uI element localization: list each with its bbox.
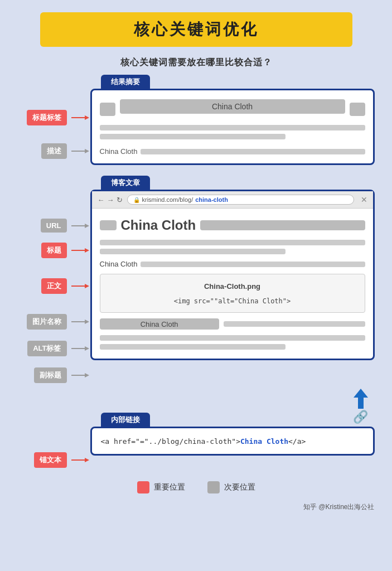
arrow-icon-anchor (70, 456, 90, 464)
blog-bottom-bar2 (100, 344, 285, 350)
url-bar[interactable]: 🔒 krismind.com/blog/china-cloth (127, 195, 354, 205)
legend-important-label: 重要位置 (154, 482, 185, 492)
footer-text: 知乎 @Kristine出海公社 (303, 503, 375, 511)
result-title-row: China Cloth (100, 99, 365, 119)
svg-marker-15 (85, 373, 89, 378)
image-filename: China-Cloth.png (204, 282, 260, 291)
result-china-cloth-desc: China Cloth (100, 147, 138, 156)
svg-marker-16 (354, 389, 368, 398)
heading-gray-left (100, 220, 117, 230)
subtitle: 核心关键词需要放在哪里比较合适？ (120, 57, 272, 69)
body-label: 正文 (41, 278, 67, 294)
blog-keyword-trailing (141, 262, 365, 267)
blog-body-bars (100, 240, 365, 254)
browser-chrome: ← → ↻ 🔒 krismind.com/blog/china-cloth ✕ (92, 191, 373, 209)
anchor-code: <a href="="../blog/china-cloth">China Cl… (101, 437, 306, 446)
desc-label: 描述 (41, 143, 67, 159)
anchor-box: 内部链接 <a href="="../blog/china-cloth">Chi… (90, 427, 375, 456)
result-china-cloth-title: China Cloth (120, 99, 345, 114)
title-bar: 核心关键词优化 (40, 12, 352, 47)
section2-labels: URL 标题 正文 (18, 190, 90, 383)
legend-red-box (137, 481, 149, 493)
label-row-url: URL (41, 219, 90, 233)
svg-marker-13 (85, 346, 89, 351)
section1-content: China Cloth China Cloth (92, 90, 373, 163)
image-section: China-Cloth.png <img src=""alt="China Cl… (100, 274, 365, 313)
section2-tab: 博客文章 (101, 176, 150, 190)
anchor-content: <a href="="../blog/china-cloth">China Cl… (92, 428, 373, 454)
blog-bar2 (100, 249, 285, 254)
result-bars (100, 125, 365, 139)
bar1 (100, 125, 365, 130)
label-row-body: 正文 (41, 278, 90, 294)
label-row-blog-title: 标题 (41, 243, 90, 258)
svg-marker-5 (85, 224, 89, 228)
label-row-title-tag: 标题标签 (27, 110, 90, 125)
arrow-icon-subheading (70, 371, 90, 380)
up-arrow-icon (352, 389, 369, 409)
alt-code-row: <img src=""alt="China Cloth"> (174, 296, 291, 306)
legend: 重要位置 次要位置 (137, 481, 255, 493)
back-icon: ← (98, 196, 105, 204)
anchor-label: 锚文本 (34, 452, 67, 468)
section2: URL 标题 正文 (18, 190, 375, 383)
blog-bottom-bars (100, 335, 365, 350)
blog-bar1 (100, 240, 365, 245)
forward-icon: → (107, 196, 114, 204)
url-base: krismind.com/blog/ (142, 196, 193, 203)
section3-labels: 锚文本 (18, 427, 90, 468)
image-filename-row: China-Cloth.png (204, 281, 260, 291)
svg-marker-19 (85, 458, 89, 462)
section3-tab: 内部链接 (101, 413, 150, 427)
browser-nav-icons: ← → ↻ (98, 196, 123, 204)
arrow-icon-alt (70, 344, 90, 353)
page-title: 核心关键词优化 (40, 19, 352, 40)
label-row-desc: 描述 (41, 143, 90, 159)
legend-gray-box (207, 481, 220, 493)
img-name-label: 图片名称 (27, 314, 67, 330)
url-label: URL (41, 219, 67, 233)
blog-title-label: 标题 (41, 243, 67, 258)
image-filename-bold: China-Cloth (204, 282, 245, 291)
alt-label: ALT标签 (27, 341, 66, 356)
arrow-icon-url (70, 221, 90, 230)
anchor-keyword: China Cloth (240, 437, 288, 446)
blog-box: 博客文章 ← → ↻ 🔒 krismind.com/blog/china-clo… (90, 190, 375, 360)
lock-icon: 🔒 (133, 197, 140, 203)
refresh-icon: ↻ (117, 196, 123, 204)
result-gray-block-left (100, 103, 115, 116)
blog-heading-row: China Cloth (100, 217, 365, 233)
alt-code: <img src=""alt="China Cloth"> (174, 297, 291, 305)
link-icon-group: 🔗 (352, 389, 369, 424)
legend-secondary: 次要位置 (207, 481, 255, 493)
svg-marker-9 (85, 284, 89, 288)
section1-labels: 标题标签 描述 (18, 89, 90, 159)
result-box: 结果摘要 China Cloth China Cloth (90, 89, 375, 165)
label-row-alt: ALT标签 (27, 341, 90, 356)
arrow-icon-blog-title (70, 246, 90, 255)
svg-marker-3 (85, 149, 89, 153)
label-row-img-name: 图片名称 (27, 314, 90, 330)
anchor-code-before: <a href="="../blog/china-cloth"> (101, 437, 240, 446)
blog-heading-text: China Cloth (121, 217, 196, 233)
chain-link-icon: 🔗 (353, 410, 368, 424)
subheading-trailing (224, 321, 365, 327)
arrow-icon-img-name (70, 317, 90, 326)
legend-secondary-label: 次要位置 (224, 482, 255, 492)
blog-content: China Cloth China Cloth Chi (92, 209, 373, 359)
subheading-china-cloth: China Cloth (100, 318, 219, 330)
arrow-icon-2 (70, 147, 90, 156)
url-keyword: china-cloth (195, 196, 228, 203)
result-desc-row: China Cloth (100, 147, 365, 156)
label-row-anchor: 锚文本 (34, 452, 90, 468)
legend-important: 重要位置 (137, 481, 185, 493)
svg-marker-11 (85, 320, 89, 324)
section3: 锚文本 内部链接 <a href="="../blog/china-cloth"… (18, 427, 375, 468)
arrow-icon-body (70, 282, 90, 291)
section1: 标题标签 描述 结果 (18, 89, 375, 165)
footer: 知乎 @Kristine出海公社 (18, 502, 375, 512)
title-tag-label: 标题标签 (27, 110, 67, 125)
blog-keyword-row: China Cloth (100, 260, 365, 268)
close-tab-icon[interactable]: ✕ (361, 195, 367, 204)
blog-china-cloth: China Cloth (100, 260, 138, 268)
